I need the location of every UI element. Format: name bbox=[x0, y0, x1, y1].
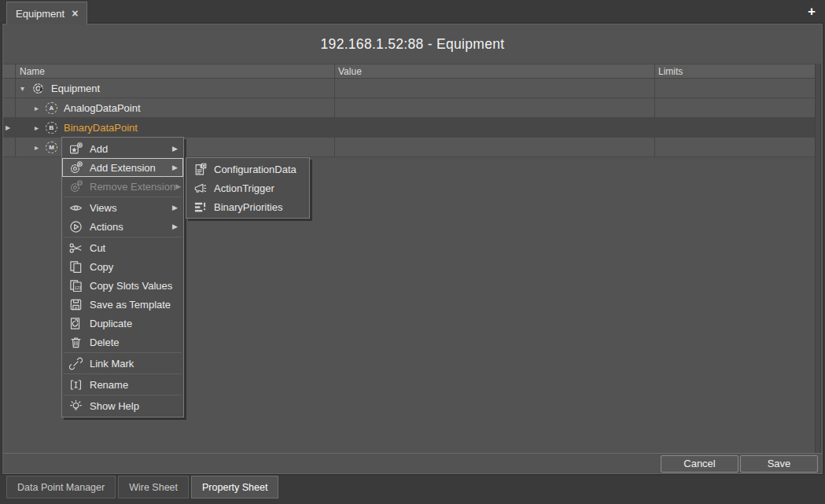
expander-icon[interactable]: ▸ bbox=[35, 123, 46, 132]
submenu-item-label: BinaryPriorities bbox=[214, 201, 282, 213]
menu-item-link-mark[interactable]: Link Mark bbox=[62, 354, 183, 373]
column-divider-value bbox=[334, 64, 335, 157]
menu-item-cut[interactable]: Cut bbox=[62, 238, 183, 257]
configuration-data-icon bbox=[193, 163, 207, 176]
priority-list-icon bbox=[193, 200, 207, 214]
menu-item-add-extension[interactable]: Add Extension ▶ bbox=[62, 158, 183, 177]
add-extension-submenu: ConfigurationData ActionTrigger bbox=[186, 157, 310, 219]
tab-property-sheet[interactable]: Property Sheet bbox=[191, 476, 278, 498]
menu-item-label: Delete bbox=[90, 337, 120, 348]
menu-separator bbox=[64, 197, 182, 197]
column-header-limits[interactable]: Limits bbox=[658, 64, 683, 79]
duplicate-icon bbox=[69, 317, 83, 330]
remove-extension-icon bbox=[69, 180, 83, 193]
menu-separator bbox=[64, 352, 182, 353]
close-icon[interactable]: × bbox=[72, 8, 78, 19]
menu-item-label: Link Mark bbox=[90, 358, 134, 370]
grid-header: Name Value Limits bbox=[3, 64, 816, 79]
submenu-item-binarypriorities[interactable]: BinaryPriorities bbox=[186, 197, 309, 216]
view-tab-bar: Data Point Manager Wire Sheet Property S… bbox=[0, 475, 825, 504]
copy-values-icon: 123 bbox=[69, 279, 83, 292]
add-extension-icon bbox=[69, 161, 83, 175]
menu-item-delete[interactable]: Delete bbox=[62, 333, 183, 351]
page-title: 192.168.1.52:88 - Equipment bbox=[3, 24, 822, 64]
play-circle-icon bbox=[69, 220, 83, 234]
new-tab-button[interactable]: + bbox=[808, 4, 816, 20]
save-button[interactable]: Save bbox=[740, 455, 818, 473]
context-menu: Add ▶ Add Extension ▶ bbox=[61, 137, 184, 418]
vertical-scrollbar[interactable] bbox=[815, 64, 821, 453]
expander-icon[interactable]: ▸ bbox=[35, 104, 46, 112]
menu-item-label: Copy bbox=[90, 261, 113, 273]
multistate-point-icon: M bbox=[46, 142, 57, 153]
scissors-icon bbox=[69, 241, 83, 255]
submenu-item-label: ActionTrigger bbox=[214, 182, 274, 194]
app-window: Equipment × + 192.168.1.52:88 - Equipmen… bbox=[0, 0, 825, 504]
tab-data-point-manager[interactable]: Data Point Manager bbox=[6, 476, 116, 498]
expander-icon[interactable]: ▸ bbox=[35, 143, 46, 152]
svg-text:a: a bbox=[75, 304, 77, 309]
lightbulb-icon bbox=[69, 399, 83, 413]
rename-icon bbox=[69, 378, 83, 392]
link-icon bbox=[69, 357, 83, 370]
column-header-value[interactable]: Value bbox=[338, 64, 362, 79]
expander-icon[interactable]: ▾ bbox=[20, 84, 31, 93]
submenu-arrow-icon: ▶ bbox=[172, 145, 178, 153]
binary-point-icon: B bbox=[46, 122, 57, 134]
menu-item-label: Duplicate bbox=[90, 318, 132, 329]
tree-item-label[interactable]: BinaryDataPoint bbox=[64, 122, 138, 134]
tab-wire-sheet[interactable]: Wire Sheet bbox=[118, 476, 189, 498]
menu-item-views[interactable]: Views ▶ bbox=[62, 198, 183, 217]
menu-item-label: Add bbox=[90, 143, 108, 155]
menu-item-label: Rename bbox=[90, 379, 128, 391]
gutter-divider bbox=[15, 64, 16, 157]
copy-icon bbox=[69, 260, 83, 274]
menu-item-save-as-template[interactable]: a Save as Template bbox=[62, 295, 183, 314]
table-row-binarydatapoint[interactable]: ▶ ▸ B BinaryDataPoint bbox=[3, 118, 816, 138]
submenu-item-configurationdata[interactable]: ConfigurationData bbox=[186, 160, 309, 178]
menu-separator bbox=[64, 373, 182, 374]
row-marker-icon: ▶ bbox=[6, 124, 10, 131]
megaphone-icon bbox=[193, 182, 207, 195]
cancel-button[interactable]: Cancel bbox=[661, 455, 738, 473]
menu-separator bbox=[64, 237, 182, 237]
menu-item-label: Actions bbox=[90, 221, 123, 233]
menu-item-label: Show Help bbox=[90, 400, 139, 412]
submenu-item-actiontrigger[interactable]: ActionTrigger bbox=[186, 178, 309, 197]
submenu-item-label: ConfigurationData bbox=[214, 164, 296, 175]
trash-icon bbox=[69, 336, 83, 349]
menu-item-copy-slots-values[interactable]: 123 Copy Slots Values bbox=[62, 276, 183, 295]
menu-item-label: Remove Extension bbox=[90, 181, 175, 193]
menu-item-remove-extension: Remove Extension ▶ bbox=[62, 177, 183, 196]
table-row-analogdatapoint[interactable]: ▸ A AnalogDataPoint bbox=[3, 98, 816, 118]
menu-item-copy[interactable]: Copy bbox=[62, 257, 183, 276]
tab-equipment[interactable]: Equipment × bbox=[6, 2, 87, 24]
menu-item-add[interactable]: Add ▶ bbox=[62, 139, 183, 158]
svg-text:123: 123 bbox=[75, 285, 82, 290]
top-tab-bar: Equipment × + bbox=[0, 0, 825, 24]
submenu-arrow-icon: ▶ bbox=[175, 182, 181, 190]
menu-item-label: Views bbox=[90, 202, 116, 214]
table-row-equipment[interactable]: ▾ Equipment bbox=[3, 79, 816, 98]
tree-item-label[interactable]: Equipment bbox=[51, 83, 100, 94]
column-divider-limits bbox=[654, 64, 655, 157]
submenu-arrow-icon: ▶ bbox=[172, 164, 178, 171]
menu-item-duplicate[interactable]: Duplicate bbox=[62, 314, 183, 333]
gear-icon bbox=[31, 82, 45, 95]
menu-item-rename[interactable]: Rename bbox=[62, 375, 183, 394]
eye-icon bbox=[69, 201, 83, 215]
analog-point-icon: A bbox=[46, 102, 57, 114]
menu-item-actions[interactable]: Actions ▶ bbox=[62, 217, 183, 236]
footer-button-bar: Cancel Save bbox=[3, 453, 822, 473]
menu-item-label: Cut bbox=[90, 242, 105, 254]
menu-item-label: Save as Template bbox=[90, 299, 171, 311]
tree-item-label[interactable]: AnalogDataPoint bbox=[64, 102, 141, 114]
save-template-icon: a bbox=[69, 298, 83, 311]
submenu-arrow-icon: ▶ bbox=[172, 204, 178, 212]
column-header-name[interactable]: Name bbox=[20, 64, 45, 79]
submenu-arrow-icon: ▶ bbox=[172, 223, 178, 230]
menu-separator bbox=[64, 395, 182, 395]
add-icon bbox=[69, 142, 83, 156]
menu-item-label: Copy Slots Values bbox=[90, 280, 172, 292]
menu-item-show-help[interactable]: Show Help bbox=[62, 396, 183, 415]
